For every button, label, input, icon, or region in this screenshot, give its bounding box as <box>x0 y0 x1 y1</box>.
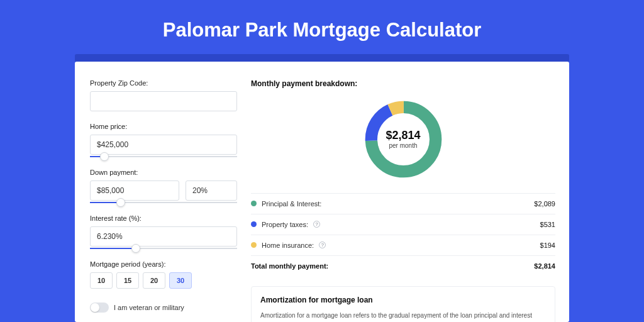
toggle-knob <box>91 303 99 312</box>
legend-dot <box>251 221 257 227</box>
price-label: Home price: <box>90 123 237 130</box>
price-field: Home price: <box>90 123 237 157</box>
period-field: Mortgage period (years): 10152030 <box>90 260 237 289</box>
price-input[interactable] <box>90 135 237 155</box>
down-pct-input[interactable] <box>186 180 237 201</box>
rate-label: Interest rate (%): <box>90 214 237 222</box>
legend-row-total: Total monthly payment:$2,814 <box>251 256 555 276</box>
period-btn-10[interactable]: 10 <box>90 272 113 289</box>
legend-value: $194 <box>540 242 555 249</box>
down-field: Down payment: <box>90 169 237 203</box>
donut-amount: $2,814 <box>386 129 420 142</box>
legend: Principal & Interest:$2,089Property taxe… <box>251 193 555 276</box>
rate-slider-thumb[interactable] <box>131 244 140 253</box>
calculator-card: Property Zip Code: Home price: Down paym… <box>75 62 569 322</box>
breakdown-heading: Monthly payment breakdown: <box>251 79 555 88</box>
donut-sub: per month <box>389 142 417 149</box>
total-label: Total monthly payment: <box>251 262 328 270</box>
card-shadow <box>75 54 569 62</box>
legend-dot <box>251 201 257 206</box>
down-slider-thumb[interactable] <box>116 198 125 207</box>
zip-field: Property Zip Code: <box>90 79 237 111</box>
down-input[interactable] <box>90 180 179 201</box>
down-label: Down payment: <box>90 169 237 176</box>
page-title: Palomar Park Mortgage Calculator <box>163 19 482 42</box>
amort-title: Amortization for mortgage loan <box>260 296 546 304</box>
legend-row: Principal & Interest:$2,089 <box>251 194 555 214</box>
period-btn-20[interactable]: 20 <box>143 272 165 289</box>
price-slider-thumb[interactable] <box>100 152 109 161</box>
period-options: 10152030 <box>90 272 237 289</box>
donut-center: $2,814 per month <box>361 97 446 182</box>
amortization-box: Amortization for mortgage loan Amortizat… <box>251 286 555 322</box>
zip-label: Property Zip Code: <box>90 79 237 87</box>
veteran-row: I am veteran or military <box>90 303 237 313</box>
legend-value: $2,089 <box>534 200 555 208</box>
donut-chart: $2,814 per month <box>361 97 446 182</box>
legend-label: Home insurance: <box>262 242 314 249</box>
period-btn-15[interactable]: 15 <box>116 272 139 289</box>
down-slider[interactable] <box>90 202 237 203</box>
veteran-label: I am veteran or military <box>114 304 184 311</box>
zip-input[interactable] <box>90 91 237 111</box>
veteran-toggle[interactable] <box>90 303 109 313</box>
legend-row: Property taxes:?$531 <box>251 214 555 235</box>
legend-label: Principal & Interest: <box>262 200 321 208</box>
amort-text: Amortization for a mortgage loan refers … <box>260 311 546 322</box>
info-icon[interactable]: ? <box>319 242 326 248</box>
legend-dot <box>251 242 257 248</box>
total-value: $2,814 <box>534 262 555 270</box>
legend-value: $531 <box>540 221 555 228</box>
legend-label: Property taxes: <box>262 221 308 228</box>
donut-wrap: $2,814 per month <box>251 97 555 182</box>
rate-input[interactable] <box>90 226 237 247</box>
legend-row: Home insurance:?$194 <box>251 235 555 256</box>
form-panel: Property Zip Code: Home price: Down paym… <box>75 62 251 322</box>
info-icon[interactable]: ? <box>313 221 320 228</box>
rate-field: Interest rate (%): <box>90 214 237 249</box>
period-label: Mortgage period (years): <box>90 260 237 268</box>
period-btn-30[interactable]: 30 <box>169 272 192 289</box>
rate-slider[interactable] <box>90 248 237 249</box>
price-slider[interactable] <box>90 156 237 157</box>
breakdown-panel: Monthly payment breakdown: $2,814 per mo… <box>251 62 569 322</box>
